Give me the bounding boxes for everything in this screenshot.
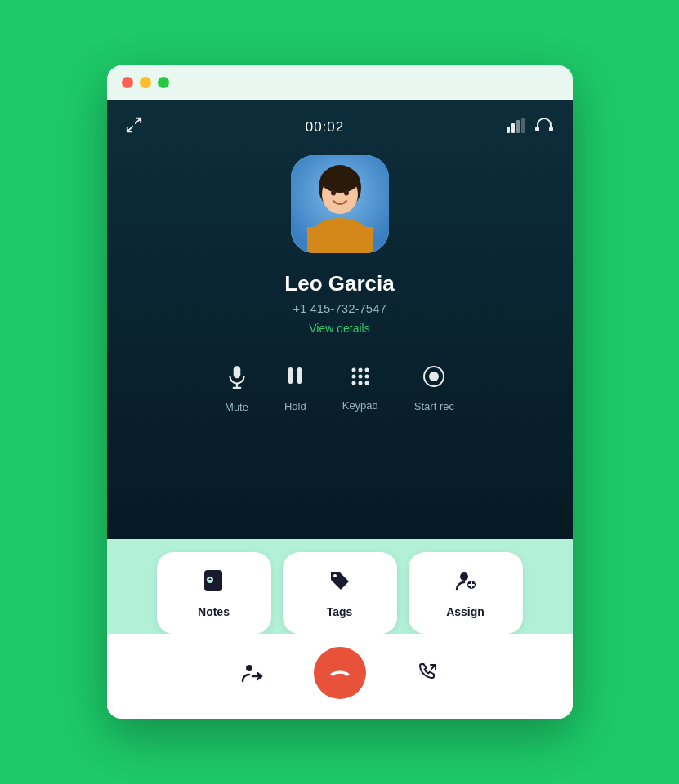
- hold-button[interactable]: Hold: [284, 365, 306, 412]
- hold-label: Hold: [284, 400, 306, 412]
- svg-rect-0: [507, 127, 510, 133]
- notes-label: Notes: [198, 605, 230, 618]
- mute-button[interactable]: Mute: [225, 364, 248, 413]
- bottom-actions: Notes Tags: [107, 539, 573, 634]
- signal-icon: [507, 118, 525, 137]
- svg-point-19: [351, 368, 355, 372]
- hold-icon: [285, 365, 305, 394]
- svg-point-9: [320, 167, 360, 193]
- svg-rect-1: [511, 123, 515, 133]
- svg-rect-2: [516, 120, 520, 133]
- svg-rect-14: [233, 366, 240, 378]
- svg-rect-18: [297, 368, 302, 384]
- tags-label: Tags: [327, 605, 353, 618]
- svg-point-29: [429, 372, 439, 381]
- svg-point-20: [358, 368, 362, 372]
- call-controls: Mute Hold: [107, 364, 573, 413]
- keypad-button[interactable]: Keypad: [342, 366, 378, 412]
- title-bar: [107, 65, 573, 100]
- footer-controls: [107, 634, 573, 719]
- svg-point-25: [351, 381, 355, 385]
- svg-rect-17: [288, 368, 293, 384]
- svg-point-11: [344, 190, 349, 196]
- svg-point-27: [364, 381, 369, 385]
- keypad-label: Keypad: [342, 399, 378, 412]
- transfer-button[interactable]: [232, 653, 273, 693]
- mute-icon: [226, 364, 248, 394]
- svg-point-37: [246, 665, 252, 671]
- call-header-right: [507, 116, 554, 139]
- start-rec-icon: [422, 365, 445, 394]
- mute-label: Mute: [225, 401, 248, 413]
- svg-point-32: [333, 574, 337, 577]
- tags-card[interactable]: Tags: [283, 552, 397, 634]
- dot-minimize[interactable]: [140, 77, 151, 88]
- start-rec-label: Start rec: [414, 400, 454, 412]
- bottom-section: Notes Tags: [107, 539, 573, 719]
- assign-icon: [453, 568, 478, 599]
- svg-point-21: [364, 368, 369, 372]
- expand-icon[interactable]: [125, 116, 143, 139]
- start-rec-button[interactable]: Start rec: [414, 365, 454, 412]
- svg-rect-13: [307, 227, 373, 253]
- svg-point-22: [351, 375, 355, 379]
- external-call-button[interactable]: [407, 653, 448, 693]
- assign-label: Assign: [446, 605, 485, 618]
- notes-card[interactable]: Notes: [157, 552, 271, 634]
- assign-card[interactable]: Assign: [409, 552, 523, 634]
- call-header: 00:02: [107, 116, 573, 139]
- keypad-icon: [350, 366, 371, 393]
- headset-icon[interactable]: [534, 116, 554, 139]
- avatar: [291, 155, 389, 253]
- svg-point-33: [460, 572, 468, 581]
- dot-close[interactable]: [122, 77, 133, 88]
- caller-number: +1 415-732-7547: [293, 301, 386, 315]
- svg-point-23: [358, 375, 362, 379]
- svg-rect-3: [521, 118, 525, 133]
- svg-rect-4: [535, 127, 539, 131]
- svg-rect-5: [549, 127, 553, 131]
- svg-point-24: [364, 375, 369, 379]
- end-call-button[interactable]: [314, 647, 366, 699]
- svg-point-10: [331, 190, 336, 196]
- caller-name: Leo Garcia: [284, 271, 394, 296]
- tags-icon: [328, 568, 352, 599]
- call-panel: 00:02: [107, 100, 573, 539]
- dot-maximize[interactable]: [158, 77, 169, 88]
- notes-icon: [202, 568, 226, 599]
- avatar-person: [291, 155, 389, 253]
- call-timer: 00:02: [306, 119, 345, 136]
- browser-window: 00:02: [107, 65, 573, 719]
- svg-point-26: [358, 381, 362, 385]
- view-details-link[interactable]: View details: [309, 322, 369, 335]
